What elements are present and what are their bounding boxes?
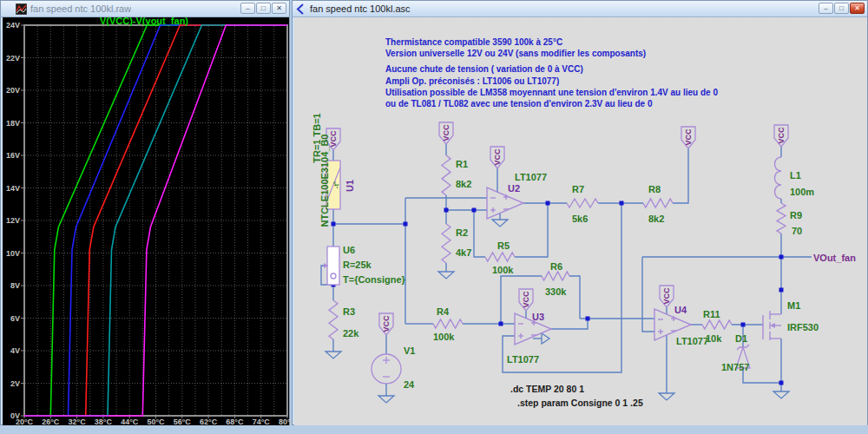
inductor-L1[interactable] xyxy=(775,157,782,199)
waveform-window-title: fan speed ntc 100kl.raw xyxy=(30,3,131,14)
vcc-flag[interactable]: VCC xyxy=(490,147,504,168)
svg-text:32°C: 32°C xyxy=(69,418,87,426)
schematic-window-icon xyxy=(295,3,306,15)
svg-text:6V: 6V xyxy=(10,314,20,323)
svg-text:56°C: 56°C xyxy=(174,418,192,426)
svg-text:VCC: VCC xyxy=(493,148,502,166)
svg-text:68°C: 68°C xyxy=(226,418,244,426)
svg-text:100k: 100k xyxy=(433,332,455,342)
svg-text:Ampli Op. préconisés : LT1006: Ampli Op. préconisés : LT1006 ou LT1077) xyxy=(385,76,559,86)
svg-text:8k2: 8k2 xyxy=(456,179,471,189)
svg-text:R=25k: R=25k xyxy=(343,260,372,270)
vcc-flag[interactable]: VCC xyxy=(660,286,674,307)
spice-directives: .dc TEMP 20 80 1.step param Consigne 0 1… xyxy=(510,384,643,408)
svg-text:22k: 22k xyxy=(343,328,359,339)
svg-text:10V: 10V xyxy=(6,249,20,258)
svg-text:VCC: VCC xyxy=(662,287,671,305)
close-button[interactable]: ✕ xyxy=(850,3,865,14)
svg-text:26°C: 26°C xyxy=(42,418,60,426)
svg-text:14V: 14V xyxy=(6,184,20,193)
vcc-flag[interactable]: VCC xyxy=(519,289,533,311)
voltage-source-V1[interactable] xyxy=(372,354,401,384)
svg-text:Version universelle 12V ou 24V: Version universelle 12V ou 24V (sans mod… xyxy=(385,49,646,58)
svg-text:D1: D1 xyxy=(735,333,747,344)
svg-text:R5: R5 xyxy=(497,240,510,251)
svg-text:R7: R7 xyxy=(572,184,584,194)
svg-text:70: 70 xyxy=(792,226,802,236)
waveform-window-icon xyxy=(16,3,27,15)
svg-text:4k7: 4k7 xyxy=(456,247,471,258)
svg-text:330k: 330k xyxy=(545,286,567,297)
svg-text:R1: R1 xyxy=(456,159,468,169)
svg-text:8V: 8V xyxy=(10,281,20,290)
svg-text:R2: R2 xyxy=(456,227,468,238)
waveform-window: fan speed ntc 100kl.raw – □ ✕ 24V22V20V1… xyxy=(0,0,290,425)
schematic-window-title: fan speed ntc 100kl.asc xyxy=(310,3,411,14)
svg-text:VOut_fan: VOut_fan xyxy=(813,253,856,263)
svg-text:LT1077: LT1077 xyxy=(515,172,547,182)
svg-text:44°C: 44°C xyxy=(121,418,139,426)
svg-text:L1: L1 xyxy=(790,170,801,181)
vcc-flag[interactable]: VCC xyxy=(774,125,788,147)
svg-text:20V: 20V xyxy=(6,86,20,95)
schematic-canvas[interactable]: VCCVCCVCCVCCVCCVCCVCCVCCTR=1 TB=1NTCLE10… xyxy=(294,17,867,425)
svg-text:.dc TEMP 20 80 1: .dc TEMP 20 80 1 xyxy=(510,384,584,394)
svg-text:T={Consigne}: T={Consigne} xyxy=(343,274,406,285)
svg-text:U4: U4 xyxy=(674,305,687,315)
svg-text:24: 24 xyxy=(404,379,415,390)
plot-legend[interactable]: V(VCC)-V(vout_fan) xyxy=(100,16,188,26)
maximize-button[interactable]: □ xyxy=(834,3,849,14)
svg-text:VCC: VCC xyxy=(329,130,338,148)
svg-text:10k: 10k xyxy=(706,333,722,344)
waveform-plot[interactable]: 24V22V20V18V16V14V12V10V8V6V4V2V0V20°C26… xyxy=(3,17,289,425)
comment-text: Thermistance compatible 3590 100k à 25°C… xyxy=(385,37,718,108)
svg-text:-t°: -t° xyxy=(332,181,340,189)
maximize-button[interactable]: □ xyxy=(256,3,271,14)
mosfet-M1[interactable] xyxy=(763,311,781,340)
svg-text:IRF530: IRF530 xyxy=(787,322,819,332)
minimize-button[interactable]: – xyxy=(819,3,833,14)
minimize-button[interactable]: – xyxy=(240,3,255,14)
svg-text:VCC: VCC xyxy=(382,315,391,332)
svg-text:100k: 100k xyxy=(492,265,514,275)
svg-text:U3: U3 xyxy=(532,312,544,322)
svg-text:R9: R9 xyxy=(790,210,802,220)
svg-text:50°C: 50°C xyxy=(147,418,165,426)
svg-text:62°C: 62°C xyxy=(200,418,218,426)
svg-text:5k6: 5k6 xyxy=(572,214,588,224)
svg-text:1N757: 1N757 xyxy=(721,362,749,372)
schematic-window-titlebar[interactable]: fan speed ntc 100kl.asc – □ ✕ xyxy=(293,1,867,17)
svg-text:.step param Consigne 0 1 .25: .step param Consigne 0 1 .25 xyxy=(517,398,643,408)
svg-text:20°C: 20°C xyxy=(16,418,34,426)
schematic-labels: TR=1 TB=1NTCLE100E3104_B0U1-t°U6R=25kT={… xyxy=(312,113,856,390)
svg-text:100m: 100m xyxy=(790,187,814,197)
svg-text:U2: U2 xyxy=(508,183,520,194)
svg-text:R8: R8 xyxy=(648,184,661,194)
vcc-flag[interactable]: VCC xyxy=(439,122,453,144)
svg-text:R6: R6 xyxy=(550,261,562,272)
close-button[interactable]: ✕ xyxy=(272,3,286,14)
svg-text:74°C: 74°C xyxy=(253,418,271,426)
svg-text:24V: 24V xyxy=(6,21,20,30)
svg-text:16V: 16V xyxy=(6,151,20,160)
svg-text:VCC: VCC xyxy=(684,128,693,146)
vcc-flag[interactable]: VCC xyxy=(681,127,695,148)
svg-text:Thermistance compatible 3590 1: Thermistance compatible 3590 100k à 25°C xyxy=(385,37,562,47)
schematic-wires[interactable] xyxy=(321,144,812,396)
vcc-flag[interactable]: VCC xyxy=(379,313,393,335)
svg-text:4V: 4V xyxy=(10,346,20,355)
svg-text:M1: M1 xyxy=(787,300,800,311)
svg-text:12V: 12V xyxy=(6,216,20,225)
svg-text:R3: R3 xyxy=(343,306,355,317)
plot-gridlines xyxy=(25,26,286,415)
schematic-window: fan speed ntc 100kl.asc – □ ✕ VCCVCCVCCV… xyxy=(292,0,868,425)
pot-U6[interactable] xyxy=(324,247,339,285)
svg-text:Aucune chute de tension ( vari: Aucune chute de tension ( variation de 0… xyxy=(385,64,583,74)
svg-text:NTCLE100E3104_B0: NTCLE100E3104_B0 xyxy=(319,134,330,227)
svg-text:18V: 18V xyxy=(6,119,20,128)
svg-text:VCC: VCC xyxy=(777,127,786,144)
svg-text:V1: V1 xyxy=(404,345,415,356)
svg-text:8k2: 8k2 xyxy=(648,214,664,224)
svg-text:Utilisation possible de LM358: Utilisation possible de LM358 moyennant … xyxy=(385,88,718,97)
svg-text:R11: R11 xyxy=(703,309,720,319)
